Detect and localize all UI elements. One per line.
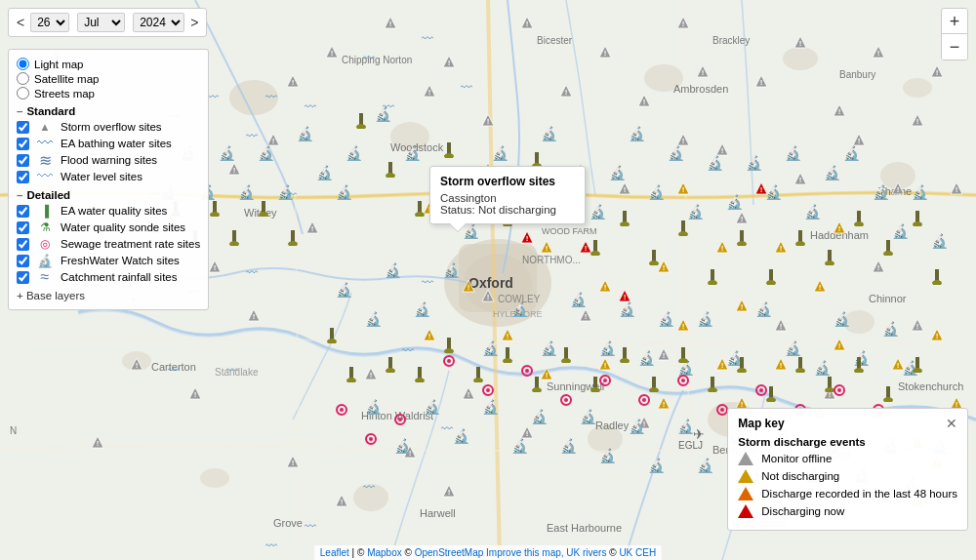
satellite-map-option[interactable]: Satellite map bbox=[17, 72, 200, 85]
svg-text:Woodstock: Woodstock bbox=[390, 141, 444, 153]
base-layers-toggle[interactable]: + Base layers bbox=[17, 290, 200, 301]
layer-freshwater[interactable]: 🔬 FreshWater Watch sites bbox=[17, 254, 200, 267]
map-type-group: Light map Satellite map Streets map bbox=[17, 58, 200, 100]
left-panel: Light map Satellite map Streets map – St… bbox=[8, 49, 209, 310]
discharging-now-label: Discharging now bbox=[761, 505, 844, 517]
zoom-out-button[interactable]: − bbox=[942, 34, 967, 60]
discharge-48h-icon bbox=[738, 487, 753, 500]
light-map-radio[interactable] bbox=[17, 58, 29, 70]
map-key-close-button[interactable]: ✕ bbox=[946, 417, 957, 430]
layer-storm-overflow[interactable]: ▲ Storm overflow sites bbox=[17, 120, 200, 134]
svg-point-9 bbox=[903, 78, 932, 98]
layer-flood-label: Flood warning sites bbox=[61, 154, 157, 166]
svg-text:COWLEY: COWLEY bbox=[498, 294, 541, 304]
attr-sep1: | bbox=[352, 547, 355, 558]
leaflet-link[interactable]: Leaflet bbox=[320, 547, 349, 558]
flood-icon: ≋ bbox=[34, 153, 56, 167]
attribution-left: Leaflet | © Mapbox © OpenStreetMap Impro… bbox=[314, 545, 662, 560]
tooltip-status-value: Not discharging bbox=[478, 204, 556, 216]
layer-sonde-checkbox[interactable] bbox=[17, 221, 29, 234]
svg-text:Thame: Thame bbox=[878, 185, 912, 197]
layer-storm-label: Storm overflow sites bbox=[61, 121, 162, 133]
key-monitor-offline: Monitor offline bbox=[738, 452, 957, 465]
osm-link[interactable]: OpenStreetMap bbox=[415, 547, 484, 558]
layer-ea-bathing[interactable]: 〰 EA bathing water sites bbox=[17, 137, 200, 150]
streets-map-option[interactable]: Streets map bbox=[17, 87, 200, 100]
attr-osm-prefix: © bbox=[405, 547, 412, 558]
water-level-icon: 〰 bbox=[34, 170, 56, 183]
rivers-link[interactable]: UK rivers bbox=[566, 547, 606, 558]
layer-catchment-checkbox[interactable] bbox=[17, 271, 29, 284]
monitor-offline-icon bbox=[738, 452, 753, 465]
storm-icon: ▲ bbox=[34, 120, 56, 134]
not-discharging-label: Not discharging bbox=[761, 470, 839, 482]
svg-text:Ambrosden: Ambrosden bbox=[673, 83, 728, 95]
svg-text:Grove: Grove bbox=[273, 517, 303, 529]
layer-quality-checkbox[interactable] bbox=[17, 205, 29, 218]
streets-map-label: Streets map bbox=[34, 88, 95, 100]
map-container[interactable]: Woodstock Kidlington Oxford Witney Ambro… bbox=[0, 0, 976, 560]
layer-sewage[interactable]: ◎ Sewage treatment rate sites bbox=[17, 237, 200, 251]
svg-text:Witney: Witney bbox=[244, 207, 277, 219]
discharging-now-icon bbox=[738, 504, 753, 518]
improve-map-link[interactable]: Improve this map, bbox=[486, 547, 563, 558]
svg-text:Brackley: Brackley bbox=[712, 35, 750, 46]
layer-storm-checkbox[interactable] bbox=[17, 121, 29, 134]
layer-sewage-label: Sewage treatment rate sites bbox=[61, 238, 200, 250]
layer-catchment-label: Catchment rainfall sites bbox=[61, 271, 178, 283]
ea-bathing-icon: 〰 bbox=[34, 137, 56, 150]
day-select[interactable]: 26 25 27 bbox=[30, 13, 69, 32]
svg-text:Stokenchurch: Stokenchurch bbox=[898, 380, 963, 392]
svg-text:Radley: Radley bbox=[595, 420, 630, 431]
ceh-link[interactable]: UK CEH bbox=[619, 547, 656, 558]
tooltip-popup: Storm overflow sites Cassington Status: … bbox=[429, 166, 586, 224]
year-select[interactable]: 202220232024 bbox=[133, 13, 184, 32]
streets-map-radio[interactable] bbox=[17, 87, 29, 100]
layer-sewage-checkbox[interactable] bbox=[17, 238, 29, 251]
layer-ea-checkbox[interactable] bbox=[17, 138, 29, 150]
layer-catchment[interactable]: ≈ Catchment rainfall sites bbox=[17, 270, 200, 284]
svg-point-11 bbox=[843, 310, 874, 334]
mapbox-link[interactable]: Mapbox bbox=[367, 547, 402, 558]
sonde-icon: ⚗ bbox=[34, 220, 56, 234]
satellite-map-radio[interactable] bbox=[17, 72, 29, 85]
key-discharge-48h: Discharge recorded in the last 48 hours bbox=[738, 487, 957, 500]
satellite-map-label: Satellite map bbox=[34, 73, 99, 85]
layer-ea-label: EA bathing water sites bbox=[61, 138, 172, 149]
layer-water-label: Water level sites bbox=[61, 171, 142, 182]
discharge-48h-label: Discharge recorded in the last 48 hours bbox=[761, 488, 957, 500]
key-section-title: Storm discharge events bbox=[738, 436, 957, 448]
svg-text:✈: ✈ bbox=[693, 426, 705, 442]
map-key-panel: Map key ✕ Storm discharge events Monitor… bbox=[727, 408, 968, 531]
attr-mapbox-prefix: © bbox=[357, 547, 364, 558]
light-map-option[interactable]: Light map bbox=[17, 58, 200, 70]
prev-date-button[interactable]: < bbox=[15, 15, 26, 30]
svg-text:Oxford: Oxford bbox=[468, 275, 513, 291]
standard-section-header: – Standard bbox=[17, 105, 200, 117]
map-key-header: Map key ✕ bbox=[738, 417, 957, 430]
layer-flood-checkbox[interactable] bbox=[17, 154, 29, 167]
key-discharging-now: Discharging now bbox=[738, 504, 957, 518]
layer-freshwater-checkbox[interactable] bbox=[17, 255, 29, 267]
tooltip-status-key: Status: bbox=[440, 204, 475, 216]
svg-text:HYLEMORE: HYLEMORE bbox=[493, 309, 543, 319]
svg-point-8 bbox=[783, 47, 818, 70]
tooltip-title: Storm overflow sites bbox=[440, 175, 575, 188]
map-key-title: Map key bbox=[738, 417, 784, 430]
svg-point-16 bbox=[122, 351, 151, 371]
layer-water-level[interactable]: 〰 Water level sites bbox=[17, 170, 200, 183]
month-select[interactable]: JanFebMarApr MayJunJul AugSepOctNovDec bbox=[77, 13, 125, 32]
catchment-icon: ≈ bbox=[34, 270, 56, 284]
svg-text:Chipping Norton: Chipping Norton bbox=[342, 55, 412, 65]
quality-icon: ▐ bbox=[34, 204, 56, 218]
layer-ea-quality[interactable]: ▐ EA water quality sites bbox=[17, 204, 200, 218]
svg-point-5 bbox=[229, 80, 278, 115]
svg-text:Chinnor: Chinnor bbox=[869, 293, 907, 304]
layer-water-checkbox[interactable] bbox=[17, 171, 29, 183]
layer-flood-warning[interactable]: ≋ Flood warning sites bbox=[17, 153, 200, 167]
svg-text:Harwell: Harwell bbox=[420, 507, 456, 519]
base-layers-label: + Base layers bbox=[17, 290, 85, 301]
zoom-in-button[interactable]: + bbox=[942, 9, 967, 34]
next-date-button[interactable]: > bbox=[188, 15, 200, 30]
layer-sonde[interactable]: ⚗ Water quality sonde sites bbox=[17, 220, 200, 234]
